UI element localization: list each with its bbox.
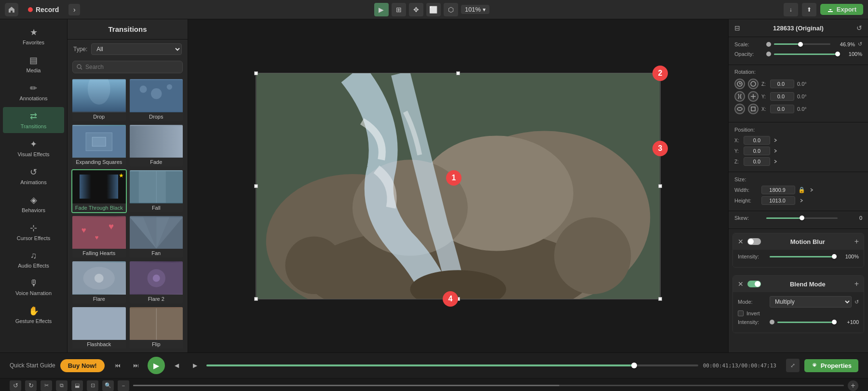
sidebar-item-animations[interactable]: ↺ Animations xyxy=(3,163,64,189)
skew-slider[interactable] xyxy=(766,217,838,219)
blend-mode-refresh[interactable]: ↺ xyxy=(854,299,859,305)
height-input[interactable] xyxy=(761,196,795,205)
prev-frame-button[interactable]: ◀ xyxy=(170,359,183,372)
opacity-knob[interactable] xyxy=(766,52,771,56)
expand-button[interactable]: ⤢ xyxy=(786,359,800,372)
sidebar-item-behaviors[interactable]: ◈ Behaviors xyxy=(3,191,64,217)
properties-button[interactable]: Properties xyxy=(804,359,858,372)
transform-tool-button[interactable]: ⬡ xyxy=(444,3,458,16)
blend-intensity-slider[interactable] xyxy=(777,322,834,323)
search-input[interactable] xyxy=(85,64,178,70)
transition-item-drops[interactable]: Drops xyxy=(129,78,184,122)
sidebar-item-visual-effects[interactable]: ✦ Visual Effects xyxy=(3,135,64,161)
transition-item-falling-hearts[interactable]: ♥♥♥ Falling Hearts xyxy=(71,215,127,259)
transition-item-flashback[interactable]: Flashback xyxy=(71,306,127,350)
select-tool-button[interactable]: ▶ xyxy=(374,3,389,16)
handle-mid-left[interactable] xyxy=(254,184,258,188)
buy-now-button[interactable]: Buy Now! xyxy=(60,359,105,372)
forward-arrow-button[interactable]: › xyxy=(68,4,80,15)
search-timeline-button[interactable]: 🔍 xyxy=(102,380,114,391)
cut-button[interactable]: ✂ xyxy=(41,380,52,391)
rotation-z-flip[interactable] xyxy=(748,79,759,89)
position-z-stepper[interactable] xyxy=(772,158,779,165)
motion-blur-close-button[interactable]: ✕ xyxy=(738,238,744,245)
home-button[interactable] xyxy=(5,3,18,16)
transition-item-fan[interactable]: Fan xyxy=(129,215,184,259)
transition-item-fade[interactable]: Fade xyxy=(129,124,184,168)
rotation-y-flip[interactable] xyxy=(748,91,759,102)
position-x-stepper[interactable] xyxy=(772,137,779,144)
scale-knob[interactable] xyxy=(766,42,771,47)
rotation-z-icon[interactable] xyxy=(734,79,745,89)
refresh-button[interactable]: ↺ xyxy=(856,24,862,32)
transition-item-flare[interactable]: Flare xyxy=(71,260,127,304)
scale-refresh[interactable]: ↺ xyxy=(858,41,862,47)
rotation-y-icon[interactable] xyxy=(734,91,745,102)
add-track-button[interactable]: + xyxy=(848,380,858,391)
layout-icon-button[interactable]: ⊟ xyxy=(734,24,740,32)
invert-checkbox[interactable] xyxy=(738,310,744,316)
scale-slider[interactable] xyxy=(774,43,830,45)
intensity-slider[interactable] xyxy=(770,256,834,257)
play-button[interactable]: ▶ xyxy=(148,357,165,374)
screenshot-button[interactable]: ⊡ xyxy=(87,380,98,391)
position-x-input[interactable] xyxy=(744,136,770,145)
move-tool-button[interactable]: ✥ xyxy=(409,3,423,16)
opacity-slider[interactable] xyxy=(774,54,838,55)
progress-bar[interactable] xyxy=(206,364,698,366)
download-button[interactable]: ↓ xyxy=(784,3,798,16)
rotation-z-input[interactable] xyxy=(770,80,794,88)
type-select[interactable]: All xyxy=(91,43,182,55)
sidebar-item-transitions[interactable]: ⇄ Transitions xyxy=(3,107,64,133)
rotation-x-input[interactable] xyxy=(770,105,794,113)
handle-bottom-left[interactable] xyxy=(254,297,258,301)
handle-mid-top[interactable] xyxy=(456,71,460,75)
blend-mode-close-button[interactable]: ✕ xyxy=(738,280,744,288)
zoom-selector[interactable]: 101% ▾ xyxy=(461,5,489,14)
sidebar-item-media[interactable]: ▤ Media xyxy=(3,51,64,77)
rewind-button[interactable]: ⏮ xyxy=(111,359,124,372)
handle-mid-right[interactable] xyxy=(658,184,662,188)
rotation-x-icon[interactable] xyxy=(734,104,745,114)
sidebar-item-voice-narration[interactable]: 🎙 Voice Narration xyxy=(3,274,64,300)
motion-blur-add-button[interactable]: + xyxy=(854,237,859,246)
rotation-y-input[interactable] xyxy=(770,92,794,101)
blend-mode-add-button[interactable]: + xyxy=(854,280,859,288)
transition-item-drop[interactable]: Drop xyxy=(71,78,127,122)
motion-blur-toggle[interactable] xyxy=(747,238,761,245)
share-button[interactable]: ⬆ xyxy=(802,3,816,16)
lock-icon[interactable]: 🔒 xyxy=(798,187,805,193)
sidebar-item-cursor-effects[interactable]: ⊹ Cursor Effects xyxy=(3,219,64,245)
blend-mode-select[interactable]: Multiply xyxy=(770,296,852,308)
sidebar-item-annotations[interactable]: ✏ Annotations xyxy=(3,79,64,105)
transition-item-fall[interactable]: Fall xyxy=(129,169,184,213)
next-frame-button[interactable]: ▶ xyxy=(188,359,202,372)
export-button[interactable]: Export xyxy=(820,4,863,15)
sidebar-item-favorites[interactable]: ★ Favorites xyxy=(3,23,64,49)
handle-top-left[interactable] xyxy=(254,71,258,75)
undo-button[interactable]: ↺ xyxy=(10,380,21,391)
transition-item-flare-2[interactable]: Flare 2 xyxy=(129,260,184,304)
rotation-x-flip[interactable] xyxy=(748,104,759,114)
width-stepper[interactable] xyxy=(808,187,815,193)
paste-button[interactable]: ⬓ xyxy=(71,380,83,391)
transition-item-expanding-squares[interactable]: Expanding Squares xyxy=(71,124,127,168)
width-input[interactable] xyxy=(761,186,795,194)
redo-button[interactable]: ↻ xyxy=(25,380,37,391)
transition-item-fade-through-black[interactable]: ★ Fade Through Black xyxy=(71,169,127,213)
progress-thumb[interactable] xyxy=(631,363,637,368)
height-stepper[interactable] xyxy=(798,197,805,204)
position-y-stepper[interactable] xyxy=(772,148,779,154)
record-button[interactable]: Record xyxy=(22,4,65,15)
sidebar-item-gesture-effects[interactable]: ✋ Gesture Effects xyxy=(3,302,64,328)
copy-button[interactable]: ⧉ xyxy=(56,380,68,391)
step-back-button[interactable]: ⏭ xyxy=(129,359,143,372)
crop-tool-button[interactable]: ⬜ xyxy=(426,3,441,16)
grid-tool-button[interactable]: ⊞ xyxy=(392,3,406,16)
timeline-zoom-slider[interactable] xyxy=(133,385,844,386)
position-y-input[interactable] xyxy=(744,147,770,155)
blend-intensity-knob[interactable] xyxy=(770,320,774,324)
quick-start-guide[interactable]: Quick Start Guide xyxy=(10,362,55,369)
sidebar-item-audio-effects[interactable]: ♫ Audio Effects xyxy=(3,247,64,272)
transition-item-flip[interactable]: Flip xyxy=(129,306,184,350)
